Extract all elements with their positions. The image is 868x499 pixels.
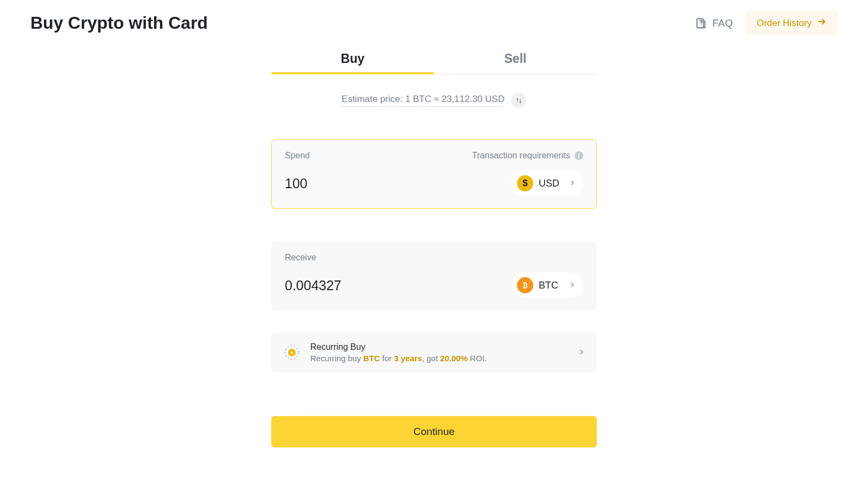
transaction-requirements-link[interactable]: Transaction requirements i — [472, 151, 583, 161]
header-actions: FAQ Order History — [695, 11, 838, 35]
svg-point-1 — [701, 24, 702, 25]
recurring-title: Recurring Buy — [310, 342, 487, 352]
spend-amount[interactable]: 100 — [285, 176, 308, 191]
spend-currency-code: USD — [539, 178, 559, 189]
spend-label: Spend — [285, 151, 310, 161]
transaction-requirements-label: Transaction requirements — [472, 151, 570, 161]
chevron-right-icon — [569, 178, 576, 188]
usd-icon: $ — [517, 175, 533, 191]
spend-currency-selector[interactable]: $ USD — [512, 170, 583, 196]
faq-link[interactable]: FAQ — [695, 17, 733, 29]
receive-amount: 0.004327 — [285, 278, 341, 293]
tabs: Buy Sell — [271, 45, 597, 74]
recurring-buy-row[interactable]: Recurring Buy Recurring buy BTC for 3 ye… — [271, 332, 597, 373]
estimate-row: Estimate price: 1 BTC ≈ 23,112.30 USD — [271, 93, 597, 108]
page-title: Buy Crypto with Card — [30, 13, 208, 33]
swap-icon — [515, 97, 522, 104]
tab-sell[interactable]: Sell — [434, 45, 597, 74]
chevron-right-icon — [578, 348, 585, 357]
receive-box[interactable]: Receive 0.004327 BTC — [271, 241, 597, 311]
receive-label: Receive — [285, 253, 316, 263]
continue-button[interactable]: Continue — [271, 416, 597, 447]
info-icon: i — [575, 151, 583, 160]
swap-button[interactable] — [511, 93, 526, 108]
btc-icon — [517, 277, 533, 293]
faq-icon — [695, 17, 707, 29]
receive-currency-code: BTC — [539, 280, 558, 291]
estimate-price-text: Estimate price: 1 BTC ≈ 23,112.30 USD — [342, 94, 505, 107]
main-panel: Buy Sell Estimate price: 1 BTC ≈ 23,112.… — [271, 45, 597, 447]
order-history-label: Order History — [757, 18, 812, 29]
arrow-right-icon — [817, 17, 827, 29]
chevron-right-icon — [569, 280, 576, 290]
page-header: Buy Crypto with Card FAQ Order History — [30, 11, 838, 35]
faq-label: FAQ — [712, 17, 733, 29]
receive-currency-selector[interactable]: BTC — [512, 272, 583, 298]
recurring-subtitle: Recurring buy BTC for 3 years, got 20.00… — [310, 354, 487, 363]
recurring-icon — [283, 344, 301, 361]
tab-buy[interactable]: Buy — [271, 45, 434, 74]
order-history-button[interactable]: Order History — [746, 11, 838, 35]
svg-point-4 — [291, 351, 293, 354]
spend-box[interactable]: Spend Transaction requirements i 100 $ U… — [271, 139, 597, 209]
